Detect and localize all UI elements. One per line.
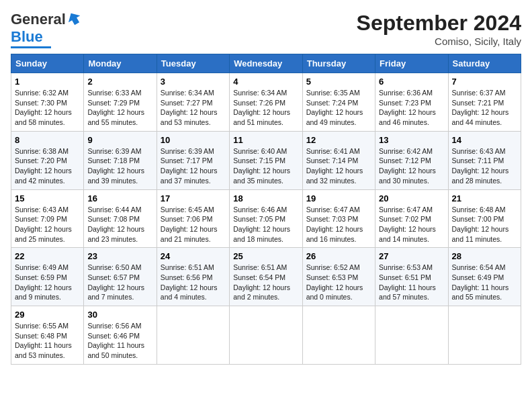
day-number: 20 <box>379 193 444 203</box>
day-info: Sunrise: 6:40 AMSunset: 7:15 PMDaylight:… <box>233 146 298 186</box>
calendar-cell: 28Sunrise: 6:54 AMSunset: 6:49 PMDayligh… <box>448 248 521 306</box>
logo-general: General <box>11 11 66 28</box>
title-block: September 2024 Comiso, Sicily, Italy <box>357 11 521 47</box>
calendar-cell: 3Sunrise: 6:34 AMSunset: 7:27 PMDaylight… <box>157 73 229 132</box>
day-info: Sunrise: 6:33 AMSunset: 7:29 PMDaylight:… <box>87 88 152 128</box>
day-number: 5 <box>306 77 371 87</box>
day-info: Sunrise: 6:38 AMSunset: 7:20 PMDaylight:… <box>15 146 80 186</box>
day-info: Sunrise: 6:41 AMSunset: 7:14 PMDaylight:… <box>306 146 371 186</box>
day-info: Sunrise: 6:34 AMSunset: 7:27 PMDaylight:… <box>161 88 226 128</box>
day-number: 25 <box>233 251 298 261</box>
day-info: Sunrise: 6:49 AMSunset: 6:59 PMDaylight:… <box>15 263 80 302</box>
svg-marker-0 <box>67 11 82 26</box>
day-info: Sunrise: 6:35 AMSunset: 7:24 PMDaylight:… <box>306 88 371 128</box>
col-header-friday: Friday <box>375 54 448 73</box>
day-info: Sunrise: 6:47 AMSunset: 7:03 PMDaylight:… <box>306 205 371 244</box>
day-number: 23 <box>87 251 152 261</box>
day-number: 21 <box>452 193 517 203</box>
calendar-table: SundayMondayTuesdayWednesdayThursdayFrid… <box>11 54 521 365</box>
calendar-cell: 27Sunrise: 6:53 AMSunset: 6:51 PMDayligh… <box>375 248 448 306</box>
col-header-sunday: Sunday <box>11 54 84 73</box>
calendar-cell: 15Sunrise: 6:43 AMSunset: 7:09 PMDayligh… <box>11 189 84 248</box>
col-header-wednesday: Wednesday <box>230 54 302 73</box>
calendar-cell: 17Sunrise: 6:45 AMSunset: 7:06 PMDayligh… <box>157 189 229 248</box>
day-info: Sunrise: 6:45 AMSunset: 7:06 PMDaylight:… <box>161 205 226 244</box>
day-info: Sunrise: 6:51 AMSunset: 6:54 PMDaylight:… <box>233 263 298 302</box>
calendar-cell <box>302 306 375 365</box>
day-info: Sunrise: 6:36 AMSunset: 7:23 PMDaylight:… <box>379 88 444 128</box>
day-info: Sunrise: 6:48 AMSunset: 7:00 PMDaylight:… <box>452 205 517 244</box>
col-header-thursday: Thursday <box>302 54 375 73</box>
day-info: Sunrise: 6:44 AMSunset: 7:08 PMDaylight:… <box>87 205 152 244</box>
calendar-cell: 5Sunrise: 6:35 AMSunset: 7:24 PMDaylight… <box>302 73 375 132</box>
calendar-cell: 1Sunrise: 6:32 AMSunset: 7:30 PMDaylight… <box>11 73 84 132</box>
col-header-tuesday: Tuesday <box>157 54 229 73</box>
calendar-cell: 8Sunrise: 6:38 AMSunset: 7:20 PMDaylight… <box>11 131 84 189</box>
calendar-cell: 21Sunrise: 6:48 AMSunset: 7:00 PMDayligh… <box>448 189 521 248</box>
calendar-cell: 25Sunrise: 6:51 AMSunset: 6:54 PMDayligh… <box>230 248 302 306</box>
day-number: 1 <box>15 77 80 87</box>
month-title: September 2024 <box>357 11 521 36</box>
calendar-cell: 22Sunrise: 6:49 AMSunset: 6:59 PMDayligh… <box>11 248 84 306</box>
day-info: Sunrise: 6:43 AMSunset: 7:09 PMDaylight:… <box>15 205 80 244</box>
col-header-saturday: Saturday <box>448 54 521 73</box>
logo-underline <box>11 46 51 48</box>
calendar-cell: 30Sunrise: 6:56 AMSunset: 6:46 PMDayligh… <box>84 306 157 365</box>
calendar-cell: 11Sunrise: 6:40 AMSunset: 7:15 PMDayligh… <box>230 131 302 189</box>
day-number: 12 <box>306 135 371 145</box>
day-number: 18 <box>233 193 298 203</box>
day-number: 4 <box>233 77 298 87</box>
day-number: 10 <box>161 135 226 145</box>
day-number: 26 <box>306 251 371 261</box>
day-info: Sunrise: 6:54 AMSunset: 6:49 PMDaylight:… <box>452 263 517 302</box>
day-number: 15 <box>15 193 80 203</box>
calendar-cell: 14Sunrise: 6:43 AMSunset: 7:11 PMDayligh… <box>448 131 521 189</box>
calendar-cell: 24Sunrise: 6:51 AMSunset: 6:56 PMDayligh… <box>157 248 229 306</box>
day-number: 3 <box>161 77 226 87</box>
day-info: Sunrise: 6:50 AMSunset: 6:57 PMDaylight:… <box>87 263 152 302</box>
day-number: 7 <box>452 77 517 87</box>
calendar-cell: 26Sunrise: 6:52 AMSunset: 6:53 PMDayligh… <box>302 248 375 306</box>
day-number: 27 <box>379 251 444 261</box>
day-number: 17 <box>161 193 226 203</box>
calendar-cell: 16Sunrise: 6:44 AMSunset: 7:08 PMDayligh… <box>84 189 157 248</box>
calendar-cell: 12Sunrise: 6:41 AMSunset: 7:14 PMDayligh… <box>302 131 375 189</box>
calendar-cell: 29Sunrise: 6:55 AMSunset: 6:48 PMDayligh… <box>11 306 84 365</box>
location: Comiso, Sicily, Italy <box>357 36 521 47</box>
day-info: Sunrise: 6:52 AMSunset: 6:53 PMDaylight:… <box>306 263 371 302</box>
day-number: 28 <box>452 251 517 261</box>
day-number: 14 <box>452 135 517 145</box>
day-number: 13 <box>379 135 444 145</box>
calendar-cell: 2Sunrise: 6:33 AMSunset: 7:29 PMDaylight… <box>84 73 157 132</box>
day-info: Sunrise: 6:47 AMSunset: 7:02 PMDaylight:… <box>379 205 444 244</box>
day-info: Sunrise: 6:39 AMSunset: 7:18 PMDaylight:… <box>87 146 152 186</box>
calendar-cell: 18Sunrise: 6:46 AMSunset: 7:05 PMDayligh… <box>230 189 302 248</box>
logo: General Blue <box>11 11 82 48</box>
day-number: 6 <box>379 77 444 87</box>
day-number: 2 <box>87 77 152 87</box>
logo-arrow-icon <box>67 11 82 26</box>
calendar-cell: 7Sunrise: 6:37 AMSunset: 7:21 PMDaylight… <box>448 73 521 132</box>
calendar-cell: 19Sunrise: 6:47 AMSunset: 7:03 PMDayligh… <box>302 189 375 248</box>
logo-blue: Blue <box>11 28 43 46</box>
calendar-cell <box>448 306 521 365</box>
day-info: Sunrise: 6:46 AMSunset: 7:05 PMDaylight:… <box>233 205 298 244</box>
day-number: 16 <box>87 193 152 203</box>
day-info: Sunrise: 6:55 AMSunset: 6:48 PMDaylight:… <box>15 321 80 361</box>
calendar-cell: 23Sunrise: 6:50 AMSunset: 6:57 PMDayligh… <box>84 248 157 306</box>
day-number: 29 <box>15 310 80 320</box>
calendar-cell: 4Sunrise: 6:34 AMSunset: 7:26 PMDaylight… <box>230 73 302 132</box>
day-number: 30 <box>87 310 152 320</box>
day-number: 8 <box>15 135 80 145</box>
day-info: Sunrise: 6:43 AMSunset: 7:11 PMDaylight:… <box>452 146 517 186</box>
day-number: 9 <box>87 135 152 145</box>
calendar-cell: 20Sunrise: 6:47 AMSunset: 7:02 PMDayligh… <box>375 189 448 248</box>
day-number: 24 <box>161 251 226 261</box>
day-info: Sunrise: 6:34 AMSunset: 7:26 PMDaylight:… <box>233 88 298 128</box>
calendar-cell: 13Sunrise: 6:42 AMSunset: 7:12 PMDayligh… <box>375 131 448 189</box>
page-header: General Blue September 2024 Comiso, Sici… <box>11 11 521 48</box>
day-info: Sunrise: 6:32 AMSunset: 7:30 PMDaylight:… <box>15 88 80 128</box>
day-info: Sunrise: 6:56 AMSunset: 6:46 PMDaylight:… <box>87 321 152 361</box>
day-number: 19 <box>306 193 371 203</box>
calendar-cell <box>375 306 448 365</box>
